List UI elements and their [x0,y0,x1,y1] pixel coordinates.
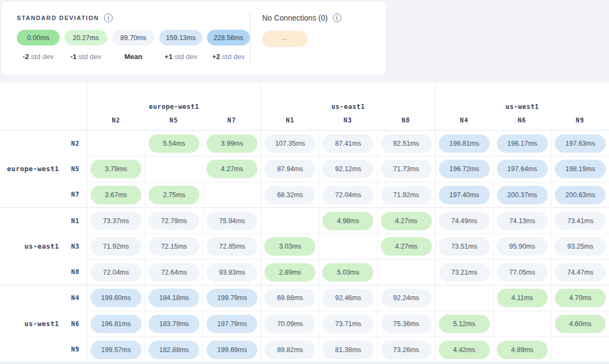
latency-pill[interactable]: 4.27ms [381,237,432,256]
latency-pill[interactable]: 73.41ms [555,212,606,230]
latency-pill[interactable]: 72.15ms [148,237,199,256]
latency-pill[interactable]: 72.04ms [90,263,141,282]
latency-pill[interactable]: 2.75ms [148,186,199,204]
latency-pill[interactable]: 4.11ms [497,289,548,307]
latency-pill[interactable]: 77.05ms [497,263,548,282]
latency-pill[interactable]: 199.57ms [90,341,141,359]
latency-pill[interactable]: 92.24ms [381,289,432,307]
legend-value-pill: 89.70ms [112,30,155,46]
latency-pill[interactable]: 70.09ms [264,315,315,333]
latency-pill[interactable]: 3.67ms [90,186,141,204]
latency-pill[interactable]: 199.60ms [90,289,141,307]
latency-pill[interactable]: 71.92ms [90,237,141,256]
legend-value-pill: 20.27ms [64,30,107,46]
column-region-header: europe-west1 [87,82,261,114]
legend-item-label: -1 std dev [70,53,101,61]
latency-pill[interactable]: 87.41ms [322,134,373,153]
latency-cell: 197.63ms [551,131,609,156]
latency-pill[interactable]: 74.49ms [439,212,490,230]
latency-pill[interactable]: 5.03ms [322,263,373,282]
latency-pill[interactable]: 72.79ms [148,212,199,230]
latency-cell: 4.27ms [377,208,435,233]
latency-pill[interactable]: 92.12ms [322,160,373,178]
latency-pill[interactable]: 93.25ms [555,237,606,256]
latency-pill[interactable]: 71.92ms [381,186,432,204]
column-region-header: us-west1 [435,82,609,114]
latency-cell: 72.04ms [87,259,145,284]
latency-pill[interactable]: 183.79ms [148,315,199,333]
latency-pill[interactable]: 72.85ms [206,237,257,256]
latency-pill[interactable]: 69.88ms [264,289,315,307]
latency-cell [87,131,145,156]
info-icon[interactable]: i [104,14,113,22]
latency-pill[interactable]: 197.79ms [206,315,257,333]
latency-pill[interactable]: 196.17ms [497,134,548,153]
latency-pill[interactable]: 196.81ms [90,315,141,333]
latency-pill[interactable]: 5.54ms [148,134,199,153]
latency-cell: 72.64ms [145,259,203,284]
legend-card: STANDARD DEVIATION i 0.00ms-2 std dev20.… [1,1,386,75]
latency-pill[interactable]: 2.89ms [264,263,315,282]
latency-pill[interactable]: 4.70ms [555,289,606,307]
latency-pill[interactable]: 4.60ms [555,315,606,333]
latency-pill[interactable]: 200.37ms [497,186,548,204]
latency-pill[interactable]: 182.88ms [148,341,199,359]
latency-pill[interactable]: 72.64ms [148,263,199,282]
latency-pill[interactable]: 93.83ms [206,263,257,282]
latency-pill[interactable]: 73.37ms [90,212,141,230]
matrix-region-header-row: europe-west1us-east1us-west1 [0,82,609,114]
latency-pill[interactable]: 95.90ms [497,237,548,256]
latency-pill[interactable]: 3.99ms [206,134,257,153]
row-label-cell: N9 [0,336,87,362]
latency-pill[interactable]: 89.82ms [264,341,315,359]
latency-pill[interactable]: 107.35ms [264,134,315,153]
latency-pill[interactable]: 92.51ms [381,134,432,153]
latency-pill[interactable]: 200.63ms [555,186,606,204]
latency-pill[interactable]: 197.63ms [555,134,606,153]
latency-cell: 4.11ms [493,285,551,311]
latency-pill[interactable]: 196.81ms [439,134,490,153]
latency-pill[interactable]: 4.27ms [206,160,257,178]
latency-cell: 196.81ms [87,311,145,336]
latency-pill[interactable]: 75.36ms [381,315,432,333]
table-row: N4199.60ms184.18ms199.79ms69.88ms92.46ms… [0,285,609,311]
latency-pill[interactable]: 184.18ms [148,289,199,307]
latency-pill[interactable]: 75.94ms [206,212,257,230]
row-node-label: N8 [71,268,80,276]
latency-cell: 72.04ms [319,182,377,207]
latency-pill[interactable]: 81.38ms [322,341,373,359]
latency-pill[interactable]: 199.79ms [206,289,257,307]
latency-pill[interactable]: 72.04ms [322,186,373,204]
latency-pill[interactable]: 74.47ms [555,263,606,282]
latency-pill[interactable]: 73.51ms [439,237,490,256]
latency-pill[interactable]: 4.98ms [322,212,373,230]
latency-cell: 73.41ms [551,208,609,233]
latency-pill[interactable]: 196.72ms [439,160,490,178]
latency-pill[interactable]: 71.73ms [381,160,432,178]
latency-pill[interactable]: 92.46ms [322,289,373,307]
info-icon[interactable]: i [333,14,341,22]
latency-pill[interactable]: 4.27ms [381,212,432,230]
latency-pill[interactable]: 73.71ms [322,315,373,333]
latency-pill[interactable]: 3.03ms [264,237,315,256]
latency-pill[interactable]: 73.26ms [381,341,432,359]
latency-pill[interactable]: 198.19ms [555,160,606,178]
latency-cell: 107.35ms [261,131,319,156]
latency-pill[interactable]: 199.69ms [206,341,257,359]
latency-pill[interactable]: 68.32ms [264,186,315,204]
latency-pill[interactable]: 3.79ms [90,160,141,178]
latency-cell: 92.12ms [319,156,377,181]
latency-pill[interactable]: 73.21ms [439,263,490,282]
latency-pill[interactable]: 87.94ms [264,160,315,178]
latency-cell: 69.88ms [261,285,319,311]
column-node-header: N2 [87,114,145,130]
latency-pill[interactable]: 197.40ms [439,186,490,204]
latency-pill[interactable]: 4.89ms [497,341,548,359]
latency-pill[interactable]: 5.12ms [439,315,490,333]
latency-cell [319,233,377,259]
latency-pill[interactable]: 74.13ms [497,212,548,230]
latency-cell: 4.27ms [203,156,261,181]
legend-label-bold: +1 [165,53,173,61]
latency-pill[interactable]: 4.42ms [439,341,490,359]
latency-pill[interactable]: 197.64ms [497,160,548,178]
